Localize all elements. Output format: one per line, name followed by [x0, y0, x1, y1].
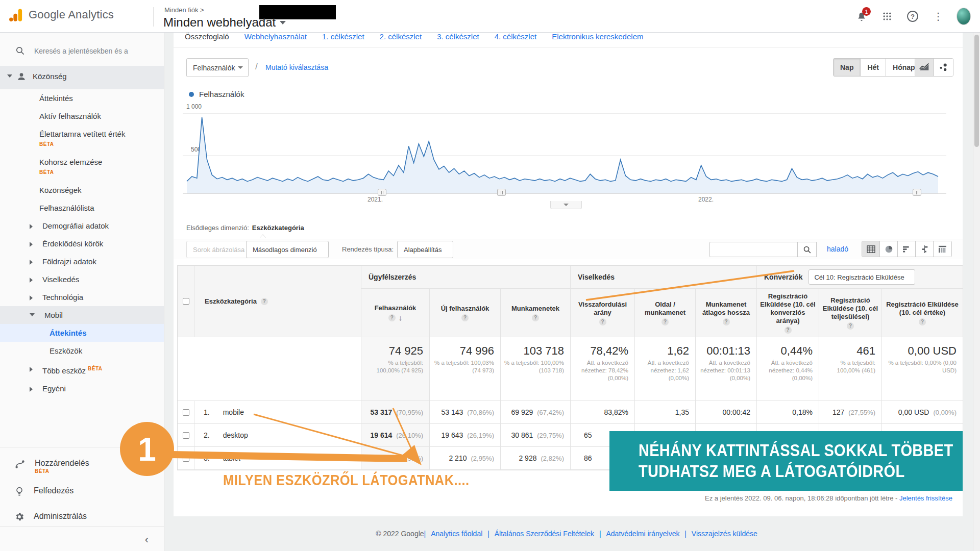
vertical-scrollbar[interactable] — [973, 33, 980, 551]
sidebar-item-közönségek[interactable]: Közönségek — [0, 181, 164, 199]
sidebar-item-hozzárendelés[interactable]: HozzárendelésBÉTA — [0, 453, 164, 480]
pivot-view-button[interactable] — [934, 241, 951, 257]
column-header-label[interactable]: Munkamenet átlagos hossza — [699, 300, 753, 317]
column-header-label[interactable]: Visszafordulási arány — [574, 300, 631, 317]
line-chart-button[interactable] — [915, 59, 934, 76]
plot-rows-button[interactable]: Sorok ábrázolása — [186, 241, 251, 258]
timeline-expander[interactable] — [550, 201, 582, 209]
row-checkbox[interactable] — [183, 432, 189, 439]
help-icon[interactable]: ? — [532, 314, 539, 321]
column-header-label[interactable]: Munkamenetek — [511, 305, 559, 313]
help-icon[interactable]: ? — [461, 314, 469, 321]
select-metric-link[interactable]: Mutató kiválasztása — [265, 63, 328, 71]
timeline-handle[interactable] — [913, 189, 921, 196]
sidebar-item-egyéni[interactable]: Egyéni — [0, 380, 164, 397]
goal-selector[interactable]: Cél 10: Regisztráció Elküldése — [808, 269, 915, 285]
sidebar-item-földrajzi-adatok[interactable]: Földrajzi adatok — [0, 253, 164, 270]
sidebar-item-több-eszköz[interactable]: Több eszközBÉTA — [0, 360, 164, 380]
property-selector[interactable]: Minden webhelyadat — [163, 15, 286, 30]
tab-6[interactable]: 4. célkészlet — [495, 33, 537, 47]
breadcrumb[interactable]: Minden fiók > — [164, 6, 204, 14]
help-icon[interactable]: ? — [919, 318, 926, 325]
sidebar-item-áttekintés[interactable]: Áttekintés — [0, 324, 164, 342]
timestamp-text: Ez a jelentés 2022. 09. 06. napon, 18:06… — [705, 494, 899, 502]
more-menu-button[interactable]: ⋮ — [931, 9, 945, 23]
column-header-label[interactable]: Regisztráció Elküldése (10. cél konverzi… — [760, 292, 816, 325]
refresh-report-link[interactable]: Jelentés frissítése — [899, 494, 952, 502]
help-icon[interactable]: ? — [847, 322, 854, 330]
tab-1[interactable]: Összefoglaló — [185, 33, 229, 47]
metric-cell: 0,00 USD(0,00%) — [882, 401, 963, 424]
sidebar-item-mobil[interactable]: Mobil — [0, 306, 164, 324]
help-icon[interactable]: ? — [662, 318, 669, 325]
advanced-filter-link[interactable]: haladó — [827, 245, 848, 253]
help-icon[interactable]: ? — [388, 314, 396, 321]
device-category-link[interactable]: desktop — [223, 431, 248, 439]
sort-type-button[interactable]: Alapbeállítás — [397, 241, 453, 258]
granularity-nap[interactable]: Nap — [834, 59, 861, 76]
row-checkbox[interactable] — [183, 409, 189, 416]
sidebar-item-eszközök[interactable]: Eszközök — [0, 342, 164, 360]
performance-view-button[interactable] — [898, 241, 916, 257]
help-icon[interactable]: ? — [785, 327, 792, 334]
sidebar-item-érdeklődési-körök[interactable]: Érdeklődési körök — [0, 235, 164, 253]
collapse-sidebar-icon[interactable]: ‹ — [145, 533, 149, 546]
secondary-dimension-button[interactable]: Másodlagos dimenzió — [246, 241, 329, 258]
timeline-handle[interactable] — [497, 189, 506, 196]
column-header-label[interactable]: Oldal / munkamenet — [638, 300, 692, 317]
tab-7[interactable]: Elektronikus kereskedelem — [552, 33, 643, 47]
apps-grid-button[interactable] — [880, 9, 894, 23]
sidebar-item-aktív-felhasználók[interactable]: Aktív felhasználók — [0, 107, 164, 125]
sidebar-item-felhasználólista[interactable]: Felhasználólista — [0, 199, 164, 217]
column-header-label[interactable]: Felhasználók — [375, 304, 416, 312]
sidebar-item-demográfiai-adatok[interactable]: Demográfiai adatok — [0, 217, 164, 235]
footer-link-általános-szerződési-feltételek[interactable]: Általános Szerződési Feltételek — [495, 530, 594, 538]
percentage-view-button[interactable] — [880, 241, 898, 257]
sidebar-item-élettartamra-vetített-érték[interactable]: Élettartamra vetített értékBÉTA — [0, 125, 164, 153]
tab-4[interactable]: 2. célkészlet — [380, 33, 422, 47]
sidebar-item-felfedezés[interactable]: Felfedezés — [0, 480, 164, 506]
table-search-button[interactable] — [797, 242, 817, 257]
footer-link-adatvédelmi-irányelvek[interactable]: Adatvédelmi irányelvek — [606, 530, 679, 538]
sort-descending-icon[interactable]: ↓ — [399, 314, 403, 322]
table-view-button[interactable] — [862, 241, 880, 257]
sidebar-item-technológia[interactable]: Technológia — [0, 288, 164, 306]
tab-2[interactable]: Webhelyhasználat — [244, 33, 307, 47]
footer-link-visszajelzés-küldése[interactable]: Visszajelzés küldése — [692, 530, 757, 538]
summary-cell-8: 461% a teljesből: 100,00% (461) — [819, 337, 882, 401]
table-search-input[interactable] — [709, 242, 797, 257]
metric-selector-button[interactable]: Felhasználók — [186, 58, 249, 77]
help-button[interactable]: ? — [905, 9, 920, 23]
tab-5[interactable]: 3. célkészlet — [437, 33, 479, 47]
primary-dimension-value[interactable]: Eszközkategória — [252, 224, 304, 232]
account-avatar[interactable] — [957, 9, 971, 23]
sidebar-item-közönség[interactable]: Közönség — [0, 66, 164, 89]
scrollbar-thumb[interactable] — [974, 35, 979, 147]
select-all-checkbox[interactable] — [183, 298, 189, 305]
sidebar-item-label: Felfedezés — [34, 486, 74, 495]
timeline-handle[interactable] — [378, 189, 386, 196]
help-icon[interactable]: ? — [599, 318, 606, 325]
granularity-hét[interactable]: Hét — [861, 59, 886, 76]
comparison-view-button[interactable] — [916, 241, 934, 257]
help-icon[interactable]: ? — [723, 318, 730, 325]
device-category-link[interactable]: mobile — [223, 408, 244, 416]
sidebar-item-viselkedés[interactable]: Viselkedés — [0, 270, 164, 288]
chevron-right-icon — [30, 295, 33, 300]
sidebar-search[interactable]: Keresés a jelentésekben és a — [0, 33, 164, 66]
column-header-label[interactable]: Regisztráció Elküldése (10. cél teljesül… — [822, 296, 878, 321]
tab-3[interactable]: 1. célkészlet — [322, 33, 364, 47]
ga-logo[interactable]: Google Analytics — [8, 7, 114, 22]
metric-percent: (26,19%) — [467, 432, 494, 439]
sidebar-item-áttekintés[interactable]: Áttekintés — [0, 89, 164, 107]
help-icon[interactable]: ? — [261, 298, 268, 305]
footer-link-analytics-főoldal[interactable]: Analytics főoldal — [431, 530, 482, 538]
notifications-button[interactable]: 1 — [854, 9, 869, 23]
dimension-header-label[interactable]: Eszközkategória — [205, 297, 257, 305]
column-header-label[interactable]: Regisztráció Elküldése (10. cél értéke) — [885, 300, 960, 317]
row-checkbox[interactable] — [183, 455, 189, 462]
motion-chart-button[interactable] — [934, 59, 953, 76]
column-header-label[interactable]: Új felhasználók — [441, 305, 489, 313]
device-category-link[interactable]: tablet — [223, 454, 240, 462]
sidebar-item-kohorsz-elemzése[interactable]: Kohorsz elemzéseBÉTA — [0, 153, 164, 181]
